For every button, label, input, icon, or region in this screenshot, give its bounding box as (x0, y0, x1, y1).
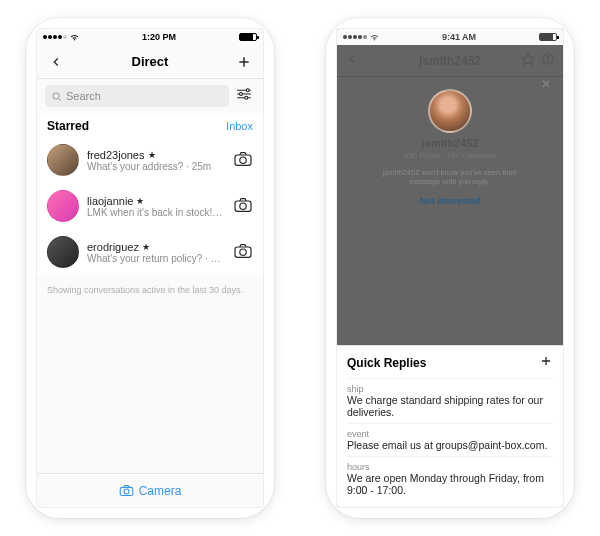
nav-title: Direct (132, 54, 169, 69)
filter-icon[interactable] (235, 87, 255, 105)
profile-stats: 696 Posts · 787 Followers (404, 151, 496, 160)
reply-tag: ship (347, 384, 553, 394)
signal-dots-icon (43, 35, 67, 39)
svg-point-21 (548, 56, 549, 57)
quick-replies-sheet: Quick Replies ship We charge standard sh… (337, 345, 563, 507)
profile-hint: jsmith2452 won't know you've seen their … (375, 168, 525, 186)
compose-icon[interactable] (235, 53, 253, 71)
section-header: Starred Inbox (37, 113, 263, 137)
profile-username: jsmith2452 (422, 137, 479, 149)
wifi-icon (70, 34, 79, 41)
reply-text: Please email us at groups@paint-box.com. (347, 439, 553, 451)
add-quick-reply-icon[interactable] (539, 354, 553, 372)
preview: What's your address? (87, 161, 183, 172)
profile-card: ✕ jsmith2452 696 Posts · 787 Followers j… (343, 81, 557, 345)
username: liaojannie (87, 195, 133, 207)
conversation-row[interactable]: fred23jones★ What's your address? · 25m (37, 137, 263, 183)
conversation-row[interactable]: liaojannie★ LMK when it's back in stock!… (37, 183, 263, 229)
svg-point-17 (124, 489, 129, 494)
screen-quick-replies: 9:41 AM jsmith2452 ✕ jsmith2452 (336, 28, 564, 508)
camera-tab[interactable]: Camera (37, 473, 263, 507)
status-time: 1:20 PM (142, 32, 176, 42)
quick-reply-item[interactable]: hours We are open Monday through Friday,… (347, 456, 553, 501)
status-bar: 1:20 PM (37, 29, 263, 45)
svg-point-15 (240, 249, 246, 255)
status-bar: 9:41 AM (337, 29, 563, 45)
nav-title: jsmith2452 (419, 54, 481, 68)
info-icon[interactable] (541, 52, 555, 66)
not-interested-link[interactable]: Not interested (420, 196, 481, 206)
avatar (47, 144, 79, 176)
star-icon: ★ (148, 150, 156, 160)
reply-text: We charge standard shipping rates for ou… (347, 394, 553, 418)
username: fred23jones (87, 149, 145, 161)
camera-icon[interactable] (233, 243, 253, 261)
sheet-title: Quick Replies (347, 356, 426, 370)
reply-tag: hours (347, 462, 553, 472)
screen-direct: 1:20 PM Direct Search Starred (36, 28, 264, 508)
search-row: Search (37, 79, 263, 113)
close-icon[interactable]: ✕ (541, 77, 551, 91)
reply-text: We are open Monday through Friday, from … (347, 472, 553, 496)
quick-reply-item[interactable]: event Please email us at groups@paint-bo… (347, 423, 553, 456)
svg-point-7 (246, 89, 249, 92)
wifi-icon (370, 34, 379, 41)
svg-line-3 (59, 98, 61, 100)
phone-left: 1:20 PM Direct Search Starred (26, 18, 274, 518)
reply-tag: event (347, 429, 553, 439)
section-label: Starred (47, 119, 89, 133)
camera-icon (119, 484, 134, 497)
timestamp: 25m (192, 161, 211, 172)
star-icon: ★ (136, 196, 144, 206)
search-placeholder: Search (66, 90, 101, 102)
preview: What's your return policy? (87, 253, 202, 264)
conversation-list: fred23jones★ What's your address? · 25m … (37, 137, 263, 275)
preview: LMK when it's back in stock! (87, 207, 222, 218)
back-icon[interactable] (345, 52, 359, 70)
svg-point-11 (240, 157, 246, 163)
phone-right: 9:41 AM jsmith2452 ✕ jsmith2452 (326, 18, 574, 518)
camera-icon[interactable] (233, 151, 253, 169)
svg-marker-18 (522, 53, 534, 65)
avatar (47, 236, 79, 268)
timestamp: 25m (211, 253, 225, 264)
status-time: 9:41 AM (442, 32, 476, 42)
back-icon[interactable] (47, 53, 65, 71)
signal-dots-icon (343, 35, 367, 39)
camera-icon[interactable] (233, 197, 253, 215)
svg-point-8 (240, 93, 243, 96)
conversation-row[interactable]: erodriguez★ What's your return policy? ·… (37, 229, 263, 275)
username: erodriguez (87, 241, 139, 253)
battery-icon (539, 33, 557, 41)
camera-label: Camera (139, 484, 182, 498)
quick-reply-item[interactable]: ship We charge standard shipping rates f… (347, 378, 553, 423)
inbox-link[interactable]: Inbox (226, 120, 253, 132)
dim-overlay: 9:41 AM jsmith2452 ✕ jsmith2452 (337, 29, 563, 507)
star-outline-icon[interactable] (521, 52, 535, 66)
svg-point-9 (245, 96, 248, 99)
star-icon: ★ (142, 242, 150, 252)
search-icon (51, 91, 62, 102)
nav-bar: jsmith2452 (337, 45, 563, 77)
battery-icon (239, 33, 257, 41)
avatar (47, 190, 79, 222)
footer-note: Showing conversations active in the last… (37, 275, 263, 295)
svg-point-2 (53, 92, 59, 98)
profile-avatar (428, 89, 472, 133)
svg-point-13 (240, 203, 246, 209)
search-input[interactable]: Search (45, 85, 229, 107)
nav-bar: Direct (37, 45, 263, 79)
